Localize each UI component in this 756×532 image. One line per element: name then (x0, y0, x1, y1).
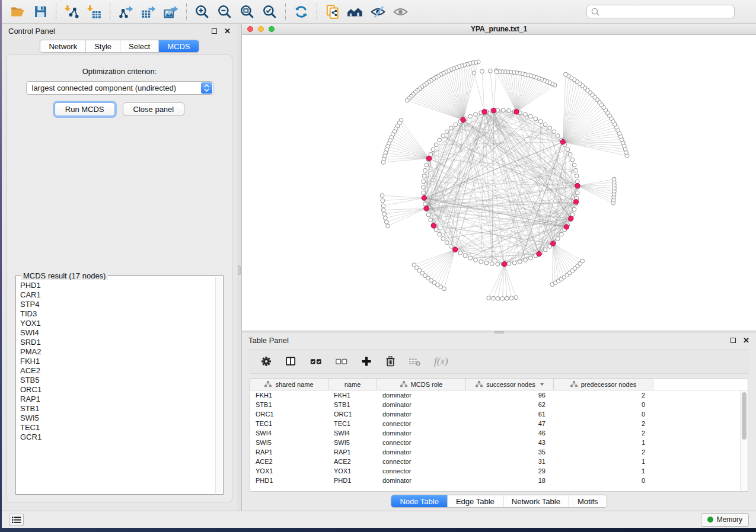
close-panel-button[interactable]: Close panel (123, 102, 185, 116)
hide-selected-button[interactable] (366, 2, 389, 21)
table-cell[interactable]: 0 (554, 409, 653, 419)
table-cell[interactable]: RAP1 (250, 447, 328, 457)
first-neighbors-button[interactable] (344, 2, 366, 21)
table-cell[interactable]: ORC1 (328, 409, 377, 419)
table-cell[interactable]: dominator (377, 447, 466, 457)
delete-column-button[interactable] (385, 355, 396, 367)
table-cell[interactable]: 0 (554, 476, 653, 485)
table-row[interactable]: ORC1ORC1dominator610 (250, 409, 748, 419)
table-cell[interactable]: SWI4 (328, 428, 377, 438)
table-cell[interactable]: STB1 (328, 400, 377, 409)
column-header-predecessor-nodes[interactable]: predecessor nodes (554, 379, 653, 390)
table-row[interactable]: ACE2ACE2connector311 (250, 457, 748, 466)
tab-motifs[interactable]: Motifs (569, 495, 607, 507)
table-cell[interactable]: 2 (554, 419, 653, 428)
table-row[interactable]: YOX1YOX1connector291 (250, 466, 748, 476)
close-panel-icon[interactable]: ✕ (224, 27, 231, 35)
splitter-grip[interactable] (238, 265, 241, 275)
window-maximize-button[interactable] (269, 26, 275, 32)
table-cell[interactable]: 2 (554, 390, 653, 400)
splitter-grip[interactable] (495, 331, 504, 334)
tab-node-table[interactable]: Node Table (391, 495, 448, 507)
column-header-mcds-role[interactable]: MCDS role (377, 379, 466, 390)
table-cell[interactable]: 2 (554, 447, 653, 457)
table-row[interactable]: SWI4SWI4dominator462 (250, 428, 748, 438)
zoom-out-button[interactable] (213, 2, 236, 21)
mcds-result-item[interactable]: ORC1 (20, 385, 215, 395)
network-canvas[interactable] (242, 35, 756, 331)
table-cell[interactable]: SWI5 (250, 438, 328, 447)
mcds-result-item[interactable]: STB1 (20, 404, 215, 414)
mcds-result-item[interactable]: ACE2 (20, 366, 215, 376)
table-cell[interactable]: SWI4 (250, 428, 328, 438)
table-cell[interactable]: connector (377, 457, 466, 466)
table-cell[interactable]: 1 (554, 457, 653, 466)
table-row[interactable]: SWI5SWI5connector431 (250, 438, 748, 447)
table-cell[interactable]: 31 (466, 457, 554, 466)
export-network-button[interactable] (114, 2, 137, 21)
save-session-button[interactable] (29, 2, 52, 21)
table-cell[interactable]: TEC1 (250, 419, 328, 428)
table-cell[interactable]: ACE2 (328, 457, 377, 466)
table-cell[interactable]: connector (377, 438, 466, 447)
float-panel-icon[interactable] (731, 338, 736, 343)
apply-layout-button[interactable] (290, 2, 312, 21)
table-cell[interactable]: 1 (554, 438, 653, 447)
horizontal-splitter[interactable] (242, 331, 756, 333)
table-cell[interactable]: dominator (377, 428, 466, 438)
tab-network[interactable]: Network (40, 40, 86, 52)
export-image-button[interactable] (160, 2, 182, 21)
table-cell[interactable]: 29 (466, 466, 554, 476)
show-all-button[interactable] (389, 2, 412, 21)
table-cell[interactable]: PHD1 (250, 476, 328, 485)
scrollbar-thumb[interactable] (742, 392, 747, 440)
mcds-result-item[interactable]: YOX1 (20, 319, 215, 328)
import-network-button[interactable] (60, 2, 83, 21)
mcds-result-item[interactable]: STB5 (20, 376, 215, 385)
zoom-in-button[interactable] (191, 2, 213, 21)
show-panels-button[interactable] (9, 514, 24, 526)
table-cell[interactable]: dominator (377, 409, 466, 419)
column-header-successor-nodes[interactable]: successor nodes (466, 379, 554, 390)
show-columns-button[interactable] (285, 355, 297, 367)
zoom-selected-button[interactable] (259, 2, 281, 21)
column-header-shared-name[interactable]: shared name (250, 379, 328, 390)
tab-network-table[interactable]: Network Table (503, 495, 569, 507)
table-cell[interactable]: 96 (466, 390, 554, 400)
mcds-result-item[interactable]: SRD1 (20, 338, 215, 347)
criterion-dropdown[interactable]: largest connected component (undirected) (26, 81, 213, 95)
deselect-all-rows-button[interactable] (335, 356, 348, 367)
table-cell[interactable]: TEC1 (328, 419, 377, 428)
table-cell[interactable]: 1 (554, 466, 653, 476)
table-cell[interactable]: YOX1 (328, 466, 377, 476)
table-row[interactable]: STB1STB1dominator620 (250, 400, 748, 409)
open-session-button[interactable] (7, 2, 29, 21)
export-table-button[interactable] (137, 2, 160, 21)
table-cell[interactable]: dominator (377, 390, 466, 400)
float-panel-icon[interactable] (212, 28, 217, 34)
table-cell[interactable]: ACE2 (250, 457, 328, 466)
table-scrollbar[interactable] (740, 390, 748, 491)
table-cell[interactable]: YOX1 (250, 466, 328, 476)
select-all-rows-button[interactable] (310, 356, 323, 367)
mcds-result-item[interactable]: CAR1 (20, 290, 215, 300)
table-cell[interactable]: 2 (554, 428, 653, 438)
table-cell[interactable]: 18 (466, 476, 554, 485)
run-mcds-button[interactable]: Run MCDS (55, 102, 115, 116)
mcds-result-item[interactable]: TEC1 (20, 423, 215, 432)
tab-style[interactable]: Style (86, 40, 120, 52)
close-panel-icon[interactable]: ✕ (743, 336, 749, 344)
mcds-result-item[interactable]: STP4 (20, 300, 215, 309)
mcds-result-item[interactable]: GCR1 (20, 432, 215, 442)
clone-network-button[interactable] (321, 2, 344, 21)
table-row[interactable]: PHD1PHD1dominator180 (250, 476, 748, 485)
table-cell[interactable]: 62 (466, 400, 554, 409)
window-close-button[interactable] (247, 26, 253, 32)
table-cell[interactable]: 46 (466, 428, 554, 438)
table-cell[interactable]: dominator (377, 400, 466, 409)
table-cell[interactable]: 0 (554, 400, 653, 409)
table-cell[interactable]: 43 (466, 438, 554, 447)
search-input[interactable] (603, 8, 731, 16)
table-row[interactable]: FKH1FKH1dominator962 (250, 390, 748, 400)
mcds-result-item[interactable]: PHD1 (20, 281, 215, 290)
